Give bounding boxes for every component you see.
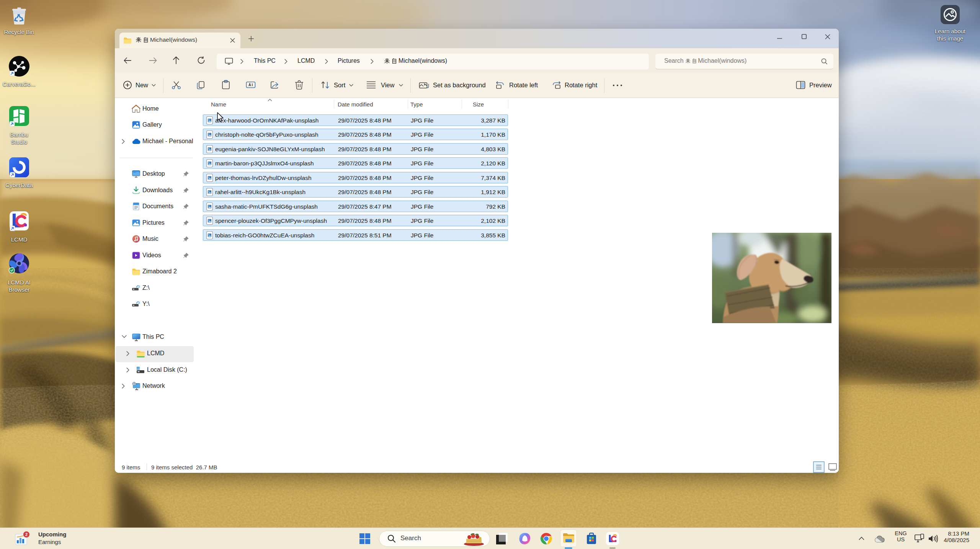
svg-text:2: 2: [25, 532, 28, 537]
svg-text:2: 2: [138, 301, 140, 304]
svg-text:2: 2: [138, 285, 140, 288]
